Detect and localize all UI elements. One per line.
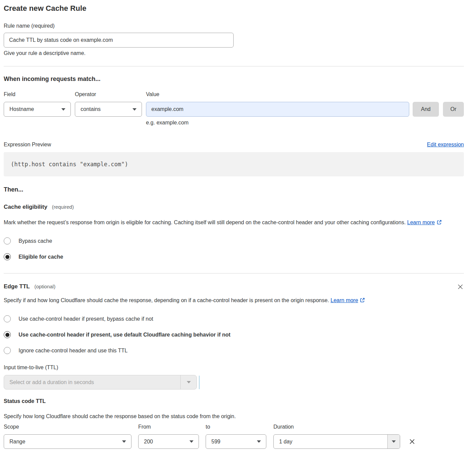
edge-ttl-radio-default[interactable] (4, 331, 11, 338)
cache-eligibility-learn-more-link[interactable]: Learn more (407, 220, 435, 225)
field-label: Field (4, 91, 71, 97)
from-select-value: 200 (144, 439, 153, 445)
status-code-ttl-row: Scope Range From 200 to 599 Duration 1 d… (4, 424, 464, 449)
match-condition-row: Field Hostname Operator contains Value A… (4, 91, 464, 117)
field-select-value: Hostname (9, 106, 34, 112)
cache-eligibility-description-text: Mark whether the request’s response from… (4, 220, 406, 225)
duration-select[interactable]: 1 day (273, 434, 400, 449)
duration-caret-button[interactable] (387, 435, 400, 448)
chevron-down-icon (392, 440, 396, 443)
ttl-duration-select[interactable]: Select or add a duration in seconds (4, 375, 197, 389)
bypass-cache-label[interactable]: Bypass cache (19, 238, 52, 244)
rule-name-help: Give your rule a descriptive name. (4, 50, 464, 56)
expression-code: (http.host contains "example.com") (11, 161, 128, 168)
close-icon (457, 283, 464, 290)
or-button[interactable]: Or (443, 102, 464, 117)
edge-ttl-option-bypass[interactable]: Use cache-control header if present, byp… (4, 315, 464, 322)
chevron-down-icon (132, 108, 137, 111)
operator-select-value: contains (81, 106, 101, 112)
chevron-down-icon (61, 108, 65, 111)
match-section-heading: When incoming requests match... (4, 76, 464, 83)
external-link-icon (437, 220, 442, 225)
expression-preview-label: Expression Preview (4, 142, 51, 148)
duration-select-value: 1 day (274, 435, 387, 448)
to-select-value: 599 (211, 439, 220, 445)
rule-name-input[interactable] (4, 33, 234, 48)
then-heading: Then... (4, 186, 464, 193)
edge-ttl-radio-ignore[interactable] (4, 347, 11, 354)
edge-ttl-option-bypass-label[interactable]: Use cache-control header if present, byp… (19, 316, 153, 322)
eligible-for-cache-radio[interactable] (4, 253, 11, 260)
eligible-for-cache-label[interactable]: Eligible for cache (19, 254, 63, 260)
rule-name-label: Rule name (required) (4, 23, 464, 29)
chevron-down-icon (187, 381, 191, 383)
ttl-select-placeholder: Select or add a duration in seconds (4, 375, 180, 389)
remove-row-icon (408, 438, 416, 445)
bypass-cache-option[interactable]: Bypass cache (4, 237, 464, 244)
value-help: e.g. example.com (146, 120, 464, 126)
expression-preview-box: (http.host contains "example.com") (4, 152, 464, 176)
edge-ttl-description-text: Specify if and how long Cloudflare shoul… (4, 297, 329, 303)
expression-header: Expression Preview Edit expression (4, 142, 464, 148)
remove-status-ttl-row-button[interactable] (408, 438, 416, 445)
from-label: From (138, 424, 199, 430)
page-title: Create new Cache Rule (4, 4, 464, 13)
edge-ttl-radio-bypass[interactable] (4, 315, 11, 322)
scope-label: Scope (4, 424, 131, 430)
divider (4, 273, 464, 273)
create-cache-rule-form: Create new Cache Rule Rule name (require… (0, 0, 476, 458)
external-link-icon (360, 297, 365, 303)
ttl-input-wrap: Select or add a duration in seconds (4, 375, 464, 389)
ttl-select-caret-box[interactable] (180, 375, 197, 389)
status-code-ttl-heading: Status code TTL (4, 398, 464, 404)
divider (4, 66, 464, 66)
edge-ttl-option-ignore-label[interactable]: Ignore cache-control header and use this… (19, 348, 127, 354)
edge-ttl-option-ignore[interactable]: Ignore cache-control header and use this… (4, 347, 464, 354)
edge-ttl-description: Specify if and how long Cloudflare shoul… (4, 296, 381, 305)
edge-ttl-option-default-label[interactable]: Use cache-control header if present, use… (19, 332, 231, 338)
eligible-for-cache-option[interactable]: Eligible for cache (4, 253, 464, 260)
rule-name-group: Rule name (required) Give your rule a de… (4, 23, 464, 56)
edge-ttl-heading: Edge TTL (4, 283, 30, 290)
operator-select[interactable]: contains (75, 102, 142, 117)
to-select[interactable]: 599 (206, 434, 266, 449)
optional-tag: (optional) (34, 284, 56, 289)
and-button[interactable]: And (413, 102, 439, 117)
value-label: Value (146, 91, 409, 97)
bypass-cache-radio[interactable] (4, 237, 11, 244)
chevron-down-icon (122, 440, 126, 443)
required-tag: (required) (52, 204, 74, 210)
chevron-down-icon (257, 440, 261, 443)
edge-ttl-learn-more-link[interactable]: Learn more (331, 297, 358, 303)
value-input[interactable] (146, 102, 409, 117)
ttl-input-label: Input time-to-live (TTL) (4, 365, 464, 371)
scope-select-value: Range (9, 439, 25, 445)
field-select[interactable]: Hostname (4, 102, 71, 117)
edge-ttl-option-default[interactable]: Use cache-control header if present, use… (4, 331, 464, 338)
edge-ttl-close-button[interactable] (457, 283, 464, 290)
status-code-ttl-description: Specify how long Cloudflare should cache… (4, 412, 457, 421)
to-label: to (206, 424, 266, 430)
text-cursor (199, 376, 200, 389)
cache-eligibility-heading: Cache eligibility (4, 204, 47, 210)
chevron-down-icon (189, 440, 194, 443)
cache-eligibility-description: Mark whether the request’s response from… (4, 218, 457, 227)
cache-eligibility-heading-row: Cache eligibility (required) (4, 204, 464, 210)
edge-ttl-header: Edge TTL (optional) (4, 283, 464, 290)
operator-label: Operator (75, 91, 142, 97)
scope-select[interactable]: Range (4, 434, 131, 449)
duration-label: Duration (273, 424, 400, 430)
edit-expression-link[interactable]: Edit expression (427, 142, 464, 148)
from-select[interactable]: 200 (138, 434, 199, 449)
